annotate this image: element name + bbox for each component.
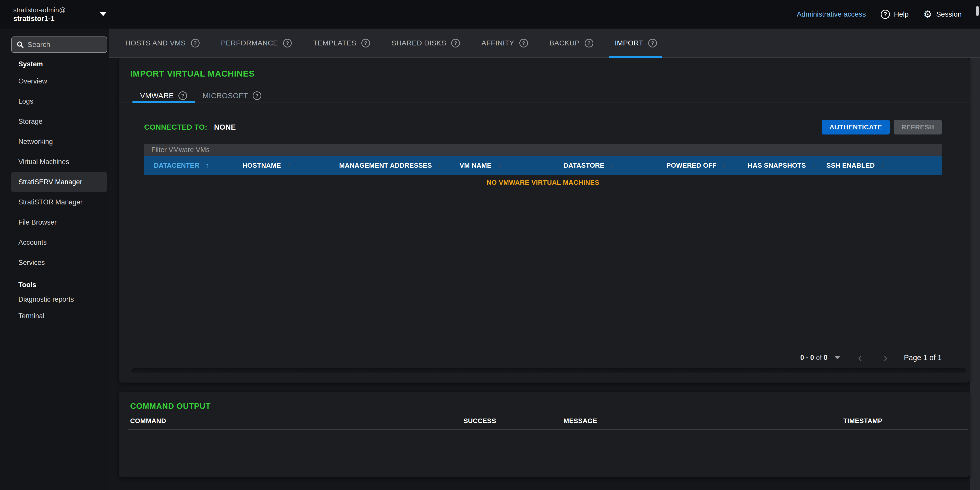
nav-section-tools: Tools [11,278,107,291]
page-indicator: Page 1 of 1 [904,353,942,362]
command-output-card: COMMAND OUTPUT COMMAND SUCCESS MESSAGE T… [119,392,970,477]
tab-backup[interactable]: BACKUP ? [549,29,593,57]
pagination-total: 0 [824,354,827,361]
sort-icon [611,161,614,169]
tab-performance[interactable]: PERFORMANCE ? [221,29,292,57]
previous-page-chevron-icon[interactable]: ‹ [858,352,862,363]
content-scrollbar-track[interactable] [970,29,980,490]
masthead-actions: Administrative access ? Help ⚙ Session [797,0,962,29]
sidebar-item-storage[interactable]: Storage [11,111,107,132]
pagination-of: of [816,354,822,361]
tab-label: BACKUP [549,39,579,47]
content-area: HOSTS AND VMS ? PERFORMANCE ? TEMPLATES … [109,29,980,490]
tab-import[interactable]: IMPORT ? [615,29,657,57]
column-header-command: COMMAND [130,417,463,425]
sort-icon [498,161,501,169]
search-input[interactable] [27,41,102,49]
vm-filter[interactable] [144,144,942,156]
username: stratistor-admin@ [13,6,66,14]
column-header-timestamp: TIMESTAMP [843,417,958,425]
refresh-button[interactable]: REFRESH [894,120,942,135]
help-icon[interactable]: ? [283,39,292,48]
horizontal-scrollbar-track[interactable] [131,368,966,373]
sidebar-item-accounts[interactable]: Accounts [11,232,107,253]
column-header-datacenter[interactable]: DATACENTER [154,161,242,169]
sort-icon [723,161,726,169]
import-virtual-machines-card: IMPORT VIRTUAL MACHINES VMWARE ? MICROSO… [119,58,970,383]
divider [128,429,968,430]
tab-hosts-and-vms[interactable]: HOSTS AND VMS ? [125,29,200,57]
window-scrollbar-thumb[interactable] [976,6,979,16]
sidebar-item-stratistor-manager[interactable]: StratiSTOR Manager [11,192,107,212]
column-label: HOSTNAME [242,162,281,169]
column-header-management-addresses[interactable]: MANAGEMENT ADDRESSES [339,161,460,169]
tab-label: PERFORMANCE [221,39,278,47]
column-header-vm-name[interactable]: VM NAME [460,161,563,169]
sidebar-item-logs[interactable]: Logs [11,91,107,111]
help-icon[interactable]: ? [191,39,200,48]
help-icon[interactable]: ? [585,39,593,48]
help-icon[interactable]: ? [519,39,528,48]
pagination-range-numbers: 0 - 0 [800,354,814,361]
help-icon[interactable]: ? [361,39,370,48]
connected-to-label: CONNECTED TO: [144,123,207,131]
page-size-dropdown-caret-icon[interactable] [835,356,840,360]
tab-affinity[interactable]: AFFINITY ? [481,29,528,57]
column-header-datastore[interactable]: DATASTORE [563,161,667,169]
sidebar-nav: System Overview Logs Storage Networking … [0,57,109,325]
column-label: DATASTORE [563,162,605,169]
column-label: POWERED OFF [667,162,717,169]
tab-label: AFFINITY [481,39,514,47]
pagination-range: 0 - 0 of 0 [800,354,828,362]
user-menu[interactable]: stratistor-admin@ stratistor1-1 [13,6,66,23]
session-label: Session [936,10,962,18]
nav-section-system: System [11,57,107,71]
tab-label: SHARED DISKS [391,39,446,47]
session-menu[interactable]: ⚙ Session [923,10,962,19]
tab-templates[interactable]: TEMPLATES ? [313,29,370,57]
vm-filter-input[interactable] [151,146,935,154]
sidebar-item-networking[interactable]: Networking [11,132,107,152]
tab-shared-disks[interactable]: SHARED DISKS ? [391,29,460,57]
sidebar-item-overview[interactable]: Overview [11,71,107,91]
empty-table-message: NO VMWARE VIRTUAL MACHINES [144,179,942,186]
column-label: SSH ENABLED [826,162,875,169]
masthead: stratistor-admin@ stratistor1-1 Administ… [0,0,980,29]
next-page-chevron-icon[interactable]: › [884,352,888,363]
help-icon[interactable]: ? [451,39,460,48]
sidebar-item-virtual-machines[interactable]: Virtual Machines [11,152,107,172]
column-header-powered-off[interactable]: POWERED OFF [667,161,748,169]
sidebar-search[interactable] [11,37,107,53]
column-header-hostname[interactable]: HOSTNAME [242,161,339,169]
column-header-success: SUCCESS [463,417,563,425]
sort-icon [881,161,885,169]
subtab-vmware[interactable]: VMWARE ? [132,89,195,103]
command-output-title: COMMAND OUTPUT [130,402,958,411]
administrative-access-link[interactable]: Administrative access [797,10,866,18]
subtab-label: MICROSOFT [202,92,248,100]
vmware-panel: CONNECTED TO: NONE AUTHENTICATE REFRESH … [119,103,970,364]
sidebar-item-diagnostic-reports[interactable]: Diagnostic reports [11,291,107,308]
help-icon[interactable]: ? [178,91,187,100]
page-title: IMPORT VIRTUAL MACHINES [119,58,970,79]
subtab-label: VMWARE [140,92,174,100]
help-menu[interactable]: ? Help [881,10,909,19]
search-icon [16,41,24,48]
subtab-microsoft[interactable]: MICROSOFT ? [195,89,269,103]
pagination: 0 - 0 of 0 ‹ › Page 1 of 1 [144,351,942,364]
gear-icon: ⚙ [923,10,932,19]
user-menu-caret-icon[interactable] [100,12,107,16]
sidebar-item-terminal[interactable]: Terminal [11,308,107,325]
sidebar-item-stratiserv-manager[interactable]: StratiSERV Manager [11,172,107,192]
column-header-has-snapshots[interactable]: HAS SNAPSHOTS [748,161,826,169]
help-icon[interactable]: ? [253,91,261,100]
authenticate-button[interactable]: AUTHENTICATE [822,120,890,135]
help-icon[interactable]: ? [648,39,657,48]
sidebar: System Overview Logs Storage Networking … [0,29,109,490]
help-icon: ? [881,10,890,19]
sidebar-item-file-browser[interactable]: File Browser [11,212,107,232]
sidebar-item-services[interactable]: Services [11,253,107,273]
import-subtabs: VMWARE ? MICROSOFT ? [119,89,970,103]
connected-row: CONNECTED TO: NONE AUTHENTICATE REFRESH [144,119,942,135]
column-header-ssh-enabled[interactable]: SSH ENABLED [826,161,942,169]
